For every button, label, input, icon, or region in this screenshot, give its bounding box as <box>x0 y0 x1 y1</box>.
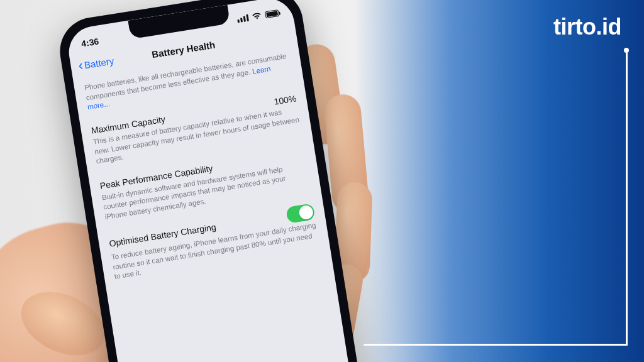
phone-screen: 4:36 ‹ Battery Battery Health <box>65 0 357 362</box>
back-button[interactable]: ‹ Battery <box>77 53 115 73</box>
frame-vertical-line <box>626 50 628 346</box>
hand-holding-phone: 4:36 ‹ Battery Battery Health <box>0 0 491 362</box>
settings-content: Phone batteries, like all rechargeable b… <box>73 45 333 299</box>
iphone-device: 4:36 ‹ Battery Battery Health <box>55 0 367 362</box>
battery-icon <box>265 9 279 18</box>
logo-text: tirto.id <box>553 14 621 40</box>
toggle-knob <box>298 205 314 221</box>
tirto-logo: tirto.id <box>553 14 621 40</box>
wifi-icon <box>252 12 262 20</box>
frame-horizontal-line <box>364 344 628 346</box>
optimised-charging-toggle[interactable] <box>286 204 316 224</box>
cellular-signal-icon <box>236 14 248 23</box>
status-icons <box>236 9 279 23</box>
back-label: Battery <box>84 55 115 70</box>
status-time: 4:36 <box>80 36 99 48</box>
